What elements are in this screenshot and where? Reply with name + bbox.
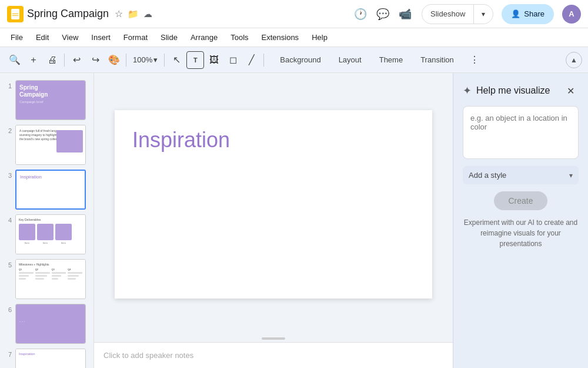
slide-item-5[interactable]: 5 Milestones + Highlights Q1 Q2 [0,257,93,301]
menu-extensions[interactable]: Extensions [256,31,305,44]
search-toolbar-btn[interactable]: 🔍 [6,51,24,69]
add-slide-btn[interactable]: + [25,51,42,69]
app-icon [7,6,24,22]
ai-hint-text: Experiment with our AI to create and rei… [463,217,579,249]
slide-number-7: 7 [4,349,12,358]
slide-number-2: 2 [4,125,12,134]
comment-button[interactable]: 💬 [373,5,392,24]
menu-edit[interactable]: Edit [30,31,55,44]
undo-btn[interactable]: ↩ [68,51,85,69]
slide-number-3: 3 [4,170,12,179]
slide-thumb-6[interactable]: • • • [15,304,86,344]
slideshow-dropdown-arrow[interactable]: ▾ [474,5,493,24]
slide-item-6[interactable]: 6 • • • [0,301,93,346]
slide7-title: Inspiration [19,352,82,356]
zoom-dropdown-icon: ▾ [153,55,158,64]
slide1-title: SpringCampaign [19,84,82,98]
slide-thumb-5[interactable]: Milestones + Highlights Q1 Q2 [15,259,86,299]
menu-tools[interactable]: Tools [225,31,254,44]
toolbar: 🔍 + 🖨 ↩ ↪ 🎨 100% ▾ ↖ T 🖼 ◻ ╱ Background … [0,47,588,73]
slide-thumb-1[interactable]: SpringCampaign Campaign brief [15,80,86,120]
slide4-title: Key Deliverables [19,218,82,221]
text-box-btn[interactable]: T [186,51,204,69]
menu-file[interactable]: File [5,31,29,44]
main-slide-title: Inspiration [132,128,415,152]
slide-item-3[interactable]: 3 Inspiration [0,167,93,212]
ai-panel-icon: ✦ [463,84,472,97]
slide-thumb-7[interactable]: Inspiration [15,349,86,368]
shape-btn[interactable]: ◻ [224,51,242,69]
slide-thumb-3[interactable]: Inspiration [15,170,86,210]
collapse-toolbar-btn[interactable]: ▲ [566,52,582,68]
ai-panel: ✦ Help me visualize ✕ Add a style Photor… [453,73,588,368]
menu-slide[interactable]: Slide [155,31,183,44]
ai-panel-title: Help me visualize [476,85,550,96]
slide-number-4: 4 [4,214,12,224]
transition-tab[interactable]: Transition [412,53,462,67]
image-btn[interactable]: 🖼 [205,51,223,69]
canvas-area: Inspiration Click to add speaker notes [94,73,453,368]
slide-number-5: 5 [4,259,12,268]
zoom-level: 100% [133,55,152,64]
star-icon[interactable]: ☆ [115,8,123,19]
slides-panel: 1 SpringCampaign Campaign brief 2 A camp… [0,73,94,368]
video-button[interactable]: 📹 [396,5,415,24]
slideshow-main[interactable]: Slideshow [422,5,474,24]
ai-create-btn[interactable]: Create [494,191,547,210]
background-tab[interactable]: Background [272,53,329,67]
speaker-notes-placeholder: Click to add speaker notes [103,351,193,360]
scroll-indicator [94,335,453,342]
slide-number-1: 1 [4,80,12,89]
share-button[interactable]: 👤 Share [502,4,554,24]
layout-tab[interactable]: Layout [330,53,370,67]
menu-view[interactable]: View [56,31,84,44]
menu-insert[interactable]: Insert [85,31,116,44]
menu-help[interactable]: Help [306,31,333,44]
main-area: 1 SpringCampaign Campaign brief 2 A camp… [0,73,588,368]
ai-style-select[interactable]: Add a style Photorealistic Illustration … [463,166,579,184]
slide-item-1[interactable]: 1 SpringCampaign Campaign brief [0,78,93,122]
menu-arrange[interactable]: Arrange [185,31,223,44]
speaker-notes[interactable]: Click to add speaker notes [94,342,453,368]
ai-panel-close-btn[interactable]: ✕ [562,82,579,99]
slide-thumb-4[interactable]: 🔗 Key Deliverables Item Item [15,214,86,254]
cloud-save-icon: ☁ [143,9,152,19]
paint-format-btn[interactable]: 🎨 [105,51,123,69]
cursor-tool-btn[interactable]: ↖ [168,51,185,69]
zoom-selector[interactable]: 100% ▾ [129,54,161,65]
print-btn[interactable]: 🖨 [44,51,61,69]
slide-content[interactable]: Inspiration [115,110,432,299]
theme-tab[interactable]: Theme [371,53,411,67]
ai-style-select-wrapper: Add a style Photorealistic Illustration … [463,166,579,184]
slide-canvas[interactable]: Inspiration [94,73,453,335]
ai-prompt-textarea[interactable] [463,106,579,159]
line-btn[interactable]: ╱ [243,51,260,69]
slide-item-2[interactable]: 2 A campaign full of fresh language,stun… [0,122,93,167]
share-label: Share [524,9,544,18]
close-icon: ✕ [567,85,574,97]
slide5-title: Milestones + Highlights [19,263,82,266]
doc-title: Spring Campaign [27,8,109,20]
ai-panel-header: ✦ Help me visualize ✕ [463,82,579,99]
history-button[interactable]: 🕐 [351,5,370,24]
slide-thumb-2[interactable]: A campaign full of fresh language,stunni… [15,125,86,165]
slideshow-button[interactable]: Slideshow ▾ [422,4,493,24]
folder-icon[interactable]: 📁 [128,9,139,19]
share-icon: 👤 [511,9,520,18]
redo-btn[interactable]: ↪ [86,51,104,69]
menu-bar: File Edit View Insert Format Slide Arran… [0,28,588,47]
slide-item-7[interactable]: 7 Inspiration [0,346,93,368]
slide-item-4[interactable]: 4 🔗 Key Deliverables Item Item [0,212,93,257]
slide1-subtitle: Campaign brief [19,100,82,104]
slide6-text: • • • [19,320,82,323]
avatar[interactable]: A [562,5,581,24]
menu-format[interactable]: Format [118,31,153,44]
top-bar: Spring Campaign ☆ 📁 ☁ 🕐 💬 📹 Slideshow ▾ … [0,0,588,28]
toolbar-tabs: Background Layout Theme Transition [272,53,462,67]
more-options-btn[interactable]: ⋮ [466,51,483,69]
slide-number-6: 6 [4,304,12,313]
slide3-title: Inspiration [20,174,42,180]
